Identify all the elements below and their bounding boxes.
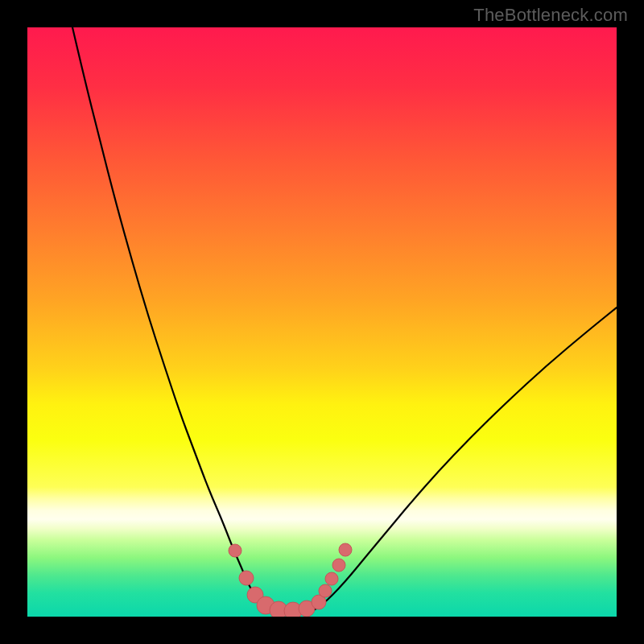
curve-marker [319,584,332,597]
curve-path [72,27,617,614]
bottleneck-curve [27,27,617,617]
chart-frame [27,27,617,617]
curve-marker [229,544,242,557]
curve-marker [325,572,338,585]
watermark-text: TheBottleneck.com [473,5,628,26]
curve-marker [332,559,345,572]
curve-markers [229,543,352,617]
curve-marker [239,571,254,585]
curve-marker [339,543,352,556]
